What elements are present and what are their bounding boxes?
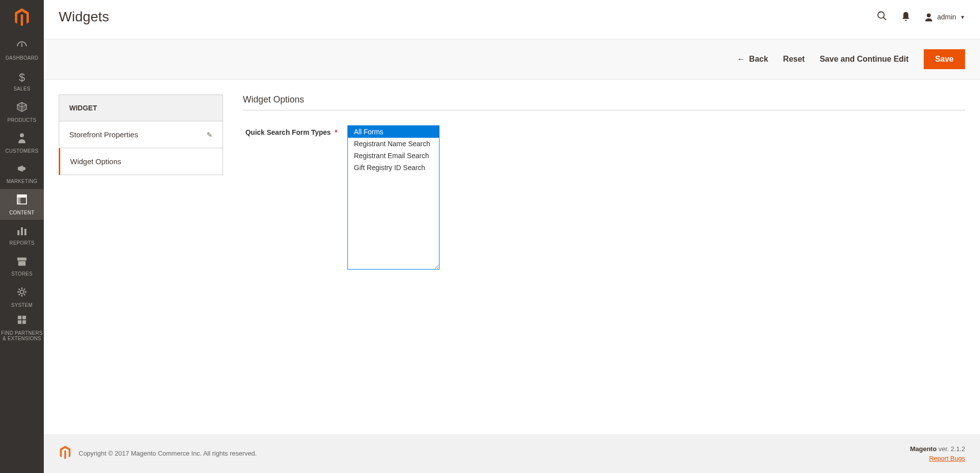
option-registrant-email[interactable]: Registrant Email Search	[348, 150, 439, 162]
tab-widget-options[interactable]: Widget Options	[59, 148, 223, 175]
dashboard-icon	[16, 40, 28, 53]
report-bugs-link[interactable]: Report Bugs	[929, 455, 965, 462]
cube-icon	[16, 101, 27, 115]
nav-dashboard[interactable]: DASHBOARD	[0, 35, 44, 66]
side-tabs-header: WIDGET	[59, 95, 223, 121]
page-footer: Copyright © 2017 Magento Commerce Inc. A…	[44, 434, 980, 473]
section-title: Widget Options	[243, 95, 965, 105]
widget-options-form: Widget Options Quick Search Form Types *…	[243, 95, 965, 419]
product-name: Magento	[910, 445, 936, 453]
quick-search-multiselect[interactable]: All Forms Registrant Name Search Registr…	[347, 125, 439, 270]
nav-label: CONTENT	[9, 210, 34, 215]
nav-customers[interactable]: CUSTOMERS	[0, 127, 44, 158]
reset-button[interactable]: Reset	[783, 55, 805, 64]
gear-icon	[16, 286, 27, 300]
page-header: Widgets admin ▼	[44, 0, 980, 39]
user-menu[interactable]: admin ▼	[924, 12, 965, 21]
content-icon	[16, 194, 27, 208]
svg-point-7	[20, 290, 23, 293]
svg-rect-11	[22, 320, 26, 324]
nav-label: CUSTOMERS	[5, 148, 38, 154]
nav-label: STORES	[11, 271, 33, 277]
nav-sales[interactable]: $ SALES	[0, 66, 44, 96]
svg-rect-5	[21, 227, 23, 235]
action-toolbar: ← Back Reset Save and Continue Edit Save	[44, 39, 980, 80]
blocks-icon	[16, 314, 27, 328]
nav-stores[interactable]: STORES	[0, 251, 44, 282]
nav-reports[interactable]: REPORTS	[0, 220, 44, 251]
svg-point-0	[20, 133, 24, 137]
admin-sidebar: DASHBOARD $ SALES PRODUCTS CUSTOMERS MAR…	[0, 0, 44, 473]
section-divider	[243, 110, 965, 110]
nav-label: SYSTEM	[11, 302, 33, 308]
version-prefix: ver.	[937, 445, 951, 453]
bars-icon	[16, 225, 27, 238]
user-name: admin	[937, 13, 956, 21]
nav-marketing[interactable]: MARKETING	[0, 158, 44, 189]
copyright-text: Copyright © 2017 Magento Commerce Inc. A…	[79, 450, 257, 457]
field-quick-search-form-types: Quick Search Form Types * All Forms Regi…	[243, 125, 965, 270]
nav-label: REPORTS	[9, 240, 34, 246]
nav-label: FIND PARTNERS & EXTENSIONS	[1, 330, 43, 341]
magento-logo[interactable]	[0, 0, 44, 35]
magento-logo-icon	[13, 7, 31, 27]
svg-rect-3	[17, 197, 20, 204]
arrow-left-icon: ←	[737, 55, 745, 64]
version-number: 2.1.2	[951, 445, 965, 453]
back-button-label: Back	[749, 55, 768, 64]
user-icon	[924, 12, 933, 21]
widget-side-tabs: WIDGET Storefront Properties ✎ Widget Op…	[59, 95, 223, 419]
svg-rect-6	[24, 229, 26, 235]
svg-rect-9	[22, 316, 26, 319]
svg-rect-10	[18, 320, 21, 324]
svg-rect-8	[18, 316, 21, 319]
tab-label: Storefront Properties	[69, 130, 138, 139]
nav-find-partners[interactable]: FIND PARTNERS & EXTENSIONS	[0, 312, 44, 343]
svg-rect-2	[17, 194, 26, 197]
form-label: Quick Search Form Types *	[243, 125, 337, 136]
form-label-text: Quick Search Form Types	[245, 128, 331, 136]
nav-system[interactable]: SYSTEM	[0, 282, 44, 312]
option-gift-registry-id[interactable]: Gift Registry ID Search	[348, 162, 439, 174]
svg-line-13	[883, 17, 886, 20]
required-mark: *	[335, 128, 337, 136]
nav-products[interactable]: PRODUCTS	[0, 96, 44, 127]
nav-content[interactable]: CONTENT	[0, 189, 44, 220]
search-icon[interactable]	[876, 10, 887, 24]
notifications-icon[interactable]	[901, 11, 910, 23]
option-all-forms[interactable]: All Forms	[348, 126, 439, 138]
tab-label: Widget Options	[70, 157, 121, 166]
person-icon	[17, 132, 26, 146]
caret-down-icon: ▼	[960, 14, 965, 20]
back-button[interactable]: ← Back	[737, 55, 768, 64]
nav-label: DASHBOARD	[5, 55, 38, 61]
nav-label: MARKETING	[6, 179, 37, 184]
save-button[interactable]: Save	[924, 49, 965, 69]
page-title: Widgets	[59, 9, 109, 25]
svg-point-14	[927, 13, 931, 17]
save-continue-button[interactable]: Save and Continue Edit	[820, 55, 909, 64]
dollar-icon: $	[19, 71, 25, 84]
nav-label: SALES	[13, 86, 30, 92]
option-registrant-name[interactable]: Registrant Name Search	[348, 138, 439, 150]
tab-storefront-properties[interactable]: Storefront Properties ✎	[59, 121, 223, 148]
svg-rect-4	[17, 230, 19, 235]
storefront-icon	[16, 256, 27, 269]
nav-label: PRODUCTS	[7, 117, 37, 123]
magento-logo-footer	[59, 445, 72, 462]
pencil-icon: ✎	[207, 131, 213, 139]
megaphone-icon	[16, 164, 27, 177]
svg-point-12	[878, 11, 884, 18]
